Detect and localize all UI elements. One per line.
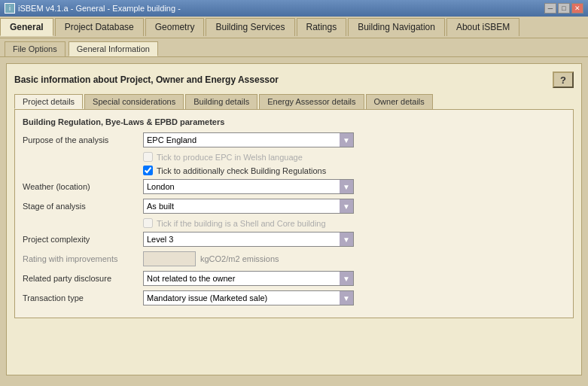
minimize-button[interactable]: ─ [544, 3, 556, 14]
panel-title: Basic information about Project, Owner a… [14, 74, 279, 85]
inner-tab-building-details[interactable]: Building details [185, 94, 257, 109]
menu-bar: General Project Database Geometry Buildi… [0, 17, 588, 38]
complexity-row: Project complexity Level 3 ▼ [23, 232, 565, 247]
transaction-dropdown-arrow: ▼ [340, 290, 353, 305]
inner-tab-project-details[interactable]: Project details [14, 94, 83, 109]
disclosure-row: Related party disclosure Not related to … [23, 271, 565, 286]
purpose-row: Purpose of the analysis EPC England ▼ [23, 132, 565, 147]
rating-input[interactable] [143, 251, 196, 266]
rating-label: Rating with improvements [23, 254, 143, 263]
stage-dropdown[interactable]: As built ▼ [143, 199, 354, 214]
main-content: Basic information about Project, Owner a… [0, 57, 588, 381]
subtab-file-options[interactable]: File Options [5, 41, 66, 56]
maximize-button[interactable]: □ [558, 3, 570, 14]
disclosure-control: Not related to the owner ▼ [143, 271, 565, 286]
transaction-dropdown[interactable]: Mandatory issue (Marketed sale) ▼ [143, 290, 354, 305]
rating-control: kgCO2/m2 emissions [143, 251, 565, 266]
tab-geometry[interactable]: Geometry [145, 18, 205, 36]
stage-label: Stage of analysis [23, 202, 143, 211]
purpose-control: EPC England ▼ [143, 132, 565, 147]
transaction-control: Mandatory issue (Marketed sale) ▼ [143, 290, 565, 305]
shell-core-checkbox-row: Tick if the building is a Shell and Core… [143, 218, 565, 228]
inner-tabs: Project details Special considerations B… [14, 94, 574, 110]
inner-tab-energy-assessor-details[interactable]: Energy Assessor details [259, 94, 364, 109]
purpose-label: Purpose of the analysis [23, 135, 143, 144]
shell-core-checkbox-label: Tick if the building is a Shell and Core… [157, 219, 326, 228]
building-regs-checkbox[interactable] [143, 166, 153, 175]
tab-content-project-details: Building Regulation, Bye-Laws & EPBD par… [14, 110, 574, 318]
disclosure-dropdown[interactable]: Not related to the owner ▼ [143, 271, 354, 286]
transaction-dropdown-value: Mandatory issue (Marketed sale) [144, 293, 340, 302]
stage-control: As built ▼ [143, 199, 565, 214]
weather-dropdown[interactable]: London ▼ [143, 179, 354, 194]
app-icon: i [5, 3, 15, 14]
weather-control: London ▼ [143, 179, 565, 194]
panel-header: Basic information about Project, Owner a… [14, 71, 574, 88]
disclosure-label: Related party disclosure [23, 274, 143, 283]
welsh-checkbox-label: Tick to produce EPC in Welsh language [157, 153, 303, 162]
rating-row: Rating with improvements kgCO2/m2 emissi… [23, 251, 565, 266]
weather-label: Weather (location) [23, 182, 143, 191]
tab-building-navigation[interactable]: Building Navigation [348, 18, 445, 36]
purpose-dropdown[interactable]: EPC England ▼ [143, 132, 354, 147]
stage-dropdown-value: As built [144, 202, 340, 211]
stage-dropdown-arrow: ▼ [340, 199, 353, 214]
disclosure-dropdown-arrow: ▼ [340, 271, 353, 286]
complexity-dropdown[interactable]: Level 3 ▼ [143, 232, 354, 247]
complexity-label: Project complexity [23, 235, 143, 244]
transaction-row: Transaction type Mandatory issue (Market… [23, 290, 565, 305]
close-button[interactable]: ✕ [571, 3, 583, 14]
shell-core-checkbox[interactable] [143, 218, 153, 228]
title-bar: i iSBEM v4.1.a - General - Example build… [0, 0, 588, 17]
tab-building-services[interactable]: Building Services [206, 18, 294, 36]
complexity-dropdown-value: Level 3 [144, 235, 340, 244]
title-bar-text: iSBEM v4.1.a - General - Example buildin… [18, 4, 181, 13]
tab-general[interactable]: General [0, 18, 53, 36]
stage-row: Stage of analysis As built ▼ [23, 199, 565, 214]
rating-unit: kgCO2/m2 emissions [200, 254, 279, 263]
inner-tab-owner-details[interactable]: Owner details [366, 94, 433, 109]
complexity-dropdown-arrow: ▼ [340, 232, 353, 247]
purpose-dropdown-arrow: ▼ [340, 132, 353, 147]
help-button[interactable]: ? [553, 71, 574, 88]
building-regs-checkbox-row: Tick to additionally check Building Regu… [143, 166, 565, 175]
subtab-general-information[interactable]: General Information [69, 41, 158, 56]
section-title: Building Regulation, Bye-Laws & EPBD par… [23, 117, 565, 126]
disclosure-dropdown-value: Not related to the owner [144, 274, 340, 283]
title-bar-controls: ─ □ ✕ [544, 3, 583, 14]
tab-ratings[interactable]: Ratings [297, 18, 347, 36]
purpose-dropdown-value: EPC England [144, 135, 340, 144]
complexity-control: Level 3 ▼ [143, 232, 565, 247]
welsh-checkbox[interactable] [143, 152, 153, 162]
tab-about-isbem[interactable]: About iSBEM [446, 18, 519, 36]
main-panel: Basic information about Project, Owner a… [6, 63, 582, 375]
transaction-label: Transaction type [23, 293, 143, 302]
weather-dropdown-arrow: ▼ [340, 179, 353, 194]
weather-row: Weather (location) London ▼ [23, 179, 565, 194]
welsh-checkbox-row: Tick to produce EPC in Welsh language [143, 152, 565, 162]
sub-bar: File Options General Information [0, 38, 588, 57]
building-regs-checkbox-label: Tick to additionally check Building Regu… [157, 166, 326, 175]
tab-project-database[interactable]: Project Database [55, 18, 144, 36]
weather-dropdown-value: London [144, 182, 340, 191]
inner-tab-special-considerations[interactable]: Special considerations [84, 94, 184, 109]
